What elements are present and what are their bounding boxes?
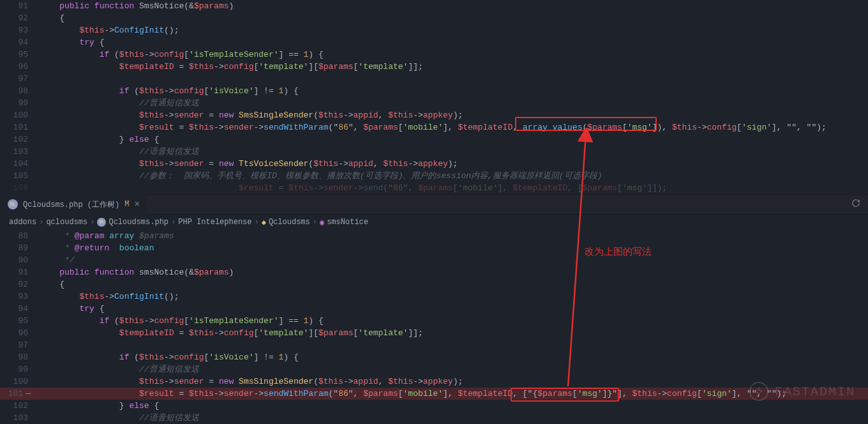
reload-icon[interactable] bbox=[851, 199, 868, 210]
code-line[interactable]: if ($this->config['isTemplateSender'] ==… bbox=[40, 49, 868, 61]
editor-pane-bottom[interactable]: 888990919293949596979899100101—102103104… bbox=[0, 230, 868, 424]
chevron-icon: › bbox=[313, 218, 317, 227]
code-line[interactable]: $result = $this->sender->sendWithParam("… bbox=[40, 388, 868, 400]
tabbar: 🐘 Qcloudsms.php (工作树) M × bbox=[0, 194, 868, 215]
tab-qcloudsms[interactable]: 🐘 Qcloudsms.php (工作树) M × bbox=[0, 194, 147, 215]
code-line[interactable]: $this->sender = new TtsVoiceSender($this… bbox=[40, 158, 868, 170]
class-icon: ◆ bbox=[262, 218, 266, 227]
code-line[interactable]: //语音短信发送 bbox=[40, 146, 868, 158]
tab-filename: Qcloudsms.php (工作树) bbox=[23, 199, 119, 210]
code-line[interactable] bbox=[40, 339, 868, 351]
breadcrumb-item-intelephense[interactable]: PHP Intelephense bbox=[178, 218, 251, 227]
code-line[interactable]: } else { bbox=[40, 400, 868, 412]
tab-dirty-indicator: M bbox=[124, 200, 129, 209]
breadcrumb-item-method[interactable]: ◉ smsNotice bbox=[320, 218, 368, 227]
code-line[interactable]: //普通短信发送 bbox=[40, 363, 868, 375]
code-lines-bottom[interactable]: * @param array $params * @return boolean… bbox=[40, 230, 868, 424]
code-line[interactable]: $templateID = $this->config['template'][… bbox=[40, 61, 868, 73]
code-line[interactable]: //普通短信发送 bbox=[40, 97, 868, 109]
editor-pane-top[interactable]: 919293949596979899100101102103104105106 … bbox=[0, 0, 868, 194]
code-line[interactable]: * @param array $params bbox=[40, 230, 868, 242]
code-line[interactable]: if ($this->config['isVoice'] != 1) { bbox=[40, 85, 868, 97]
code-area-top[interactable]: 919293949596979899100101102103104105106 … bbox=[0, 0, 868, 194]
gutter-bottom: 888990919293949596979899100101—102103104… bbox=[0, 230, 40, 424]
code-line[interactable]: $templateID = $this->config['template'][… bbox=[40, 327, 868, 339]
code-lines-top[interactable]: public function SmsNotice(&$params) { $t… bbox=[40, 0, 868, 194]
close-icon[interactable]: × bbox=[134, 199, 139, 209]
code-line[interactable]: if ($this->config['isTemplateSender'] ==… bbox=[40, 315, 868, 327]
code-line[interactable]: { bbox=[40, 278, 868, 291]
code-line[interactable]: $this->sender = new SmsSingleSender($thi… bbox=[40, 375, 868, 388]
code-line[interactable]: //语音短信发送 bbox=[40, 412, 868, 424]
code-line[interactable]: //参数： 国家码、手机号、模板ID、模板参数、播放次数(可选字段)、用户的se… bbox=[40, 170, 868, 182]
code-line[interactable]: try { bbox=[40, 303, 868, 315]
annotation-text: 改为上图的写法 bbox=[585, 246, 652, 258]
code-line[interactable]: public function SmsNotice(&$params) bbox=[40, 0, 868, 12]
code-line[interactable]: */ bbox=[40, 254, 868, 266]
code-area-bottom[interactable]: 888990919293949596979899100101—102103104… bbox=[0, 230, 868, 424]
php-icon: 🐘 bbox=[8, 199, 18, 209]
breadcrumb-item-file[interactable]: 🐘 Qcloudsms.php bbox=[97, 218, 168, 227]
method-icon: ◉ bbox=[320, 218, 324, 227]
code-line[interactable] bbox=[40, 73, 868, 85]
php-icon: 🐘 bbox=[97, 218, 106, 227]
code-line[interactable]: { bbox=[40, 12, 868, 24]
gutter-top: 919293949596979899100101102103104105106 bbox=[0, 0, 40, 194]
code-line[interactable]: } else { bbox=[40, 133, 868, 146]
code-line[interactable]: try { bbox=[40, 36, 868, 49]
code-line[interactable]: public function smsNotice(&$params) bbox=[40, 266, 868, 278]
chevron-icon: › bbox=[39, 218, 43, 227]
code-line[interactable]: if ($this->config['isVoice'] != 1) { bbox=[40, 351, 868, 363]
breadcrumb-item-qcloudsms-folder[interactable]: qcloudsms bbox=[46, 218, 87, 227]
chevron-icon: › bbox=[171, 218, 176, 227]
code-line[interactable]: $this->ConfigInit(); bbox=[40, 291, 868, 303]
breadcrumb[interactable]: addons › qcloudsms › 🐘 Qcloudsms.php › P… bbox=[0, 215, 868, 230]
breadcrumb-item-addons[interactable]: addons bbox=[9, 218, 36, 227]
breadcrumb-item-class[interactable]: ◆ Qcloudsms bbox=[262, 218, 310, 227]
code-line[interactable]: * @return boolean bbox=[40, 242, 868, 254]
code-line[interactable]: $this->sender = new SmsSingleSender($thi… bbox=[40, 109, 868, 121]
code-line[interactable]: $result = $this->sender->sendWithParam("… bbox=[40, 121, 868, 133]
chevron-icon: › bbox=[90, 218, 94, 227]
chevron-icon: › bbox=[254, 218, 258, 227]
code-line[interactable]: $this->ConfigInit(); bbox=[40, 24, 868, 36]
